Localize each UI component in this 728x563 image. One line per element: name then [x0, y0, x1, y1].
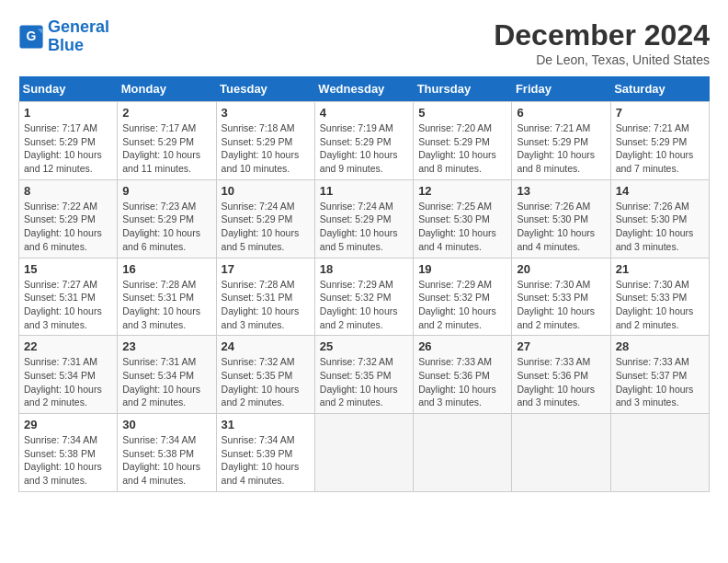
- day-number: 6: [517, 106, 605, 120]
- weekday-header-monday: Monday: [118, 76, 216, 102]
- day-number: 4: [320, 106, 408, 120]
- day-number: 11: [320, 184, 408, 198]
- day-number: 14: [616, 184, 704, 198]
- calendar-week-2: 8Sunrise: 7:22 AMSunset: 5:29 PMDaylight…: [19, 179, 710, 258]
- calendar-cell: 11Sunrise: 7:24 AMSunset: 5:29 PMDayligh…: [314, 179, 413, 258]
- calendar-cell: 4Sunrise: 7:19 AMSunset: 5:29 PMDaylight…: [314, 102, 413, 180]
- calendar-cell: 2Sunrise: 7:17 AMSunset: 5:29 PMDaylight…: [118, 102, 216, 180]
- day-info: Sunrise: 7:27 AMSunset: 5:31 PMDaylight:…: [24, 278, 112, 332]
- calendar-cell: 9Sunrise: 7:23 AMSunset: 5:29 PMDaylight…: [118, 179, 216, 258]
- calendar-body: 1Sunrise: 7:17 AMSunset: 5:29 PMDaylight…: [19, 102, 710, 492]
- day-info: Sunrise: 7:20 AMSunset: 5:29 PMDaylight:…: [418, 121, 506, 176]
- day-number: 18: [320, 262, 408, 276]
- weekday-header-saturday: Saturday: [610, 76, 709, 102]
- day-info: Sunrise: 7:28 AMSunset: 5:31 PMDaylight:…: [122, 278, 210, 332]
- day-info: Sunrise: 7:33 AMSunset: 5:36 PMDaylight:…: [418, 355, 506, 409]
- day-number: 17: [222, 262, 310, 276]
- calendar-cell: 31Sunrise: 7:34 AMSunset: 5:39 PMDayligh…: [216, 414, 314, 492]
- day-number: 3: [222, 106, 310, 120]
- calendar-cell: 3Sunrise: 7:18 AMSunset: 5:29 PMDaylight…: [216, 102, 314, 180]
- logo-line1: General: [48, 17, 109, 36]
- day-number: 16: [122, 262, 210, 276]
- day-number: 8: [24, 184, 112, 198]
- calendar-cell: 1Sunrise: 7:17 AMSunset: 5:29 PMDaylight…: [19, 102, 118, 180]
- day-info: Sunrise: 7:17 AMSunset: 5:29 PMDaylight:…: [122, 121, 210, 176]
- logo-icon: G: [18, 24, 44, 50]
- day-number: 9: [122, 184, 210, 198]
- month-title: December 2024: [494, 18, 710, 52]
- calendar-cell: 20Sunrise: 7:30 AMSunset: 5:33 PMDayligh…: [512, 258, 610, 336]
- day-number: 10: [222, 184, 310, 198]
- day-number: 19: [418, 262, 506, 276]
- calendar-cell: 19Sunrise: 7:29 AMSunset: 5:32 PMDayligh…: [414, 258, 512, 336]
- day-number: 31: [222, 418, 310, 431]
- calendar-cell: 12Sunrise: 7:25 AMSunset: 5:30 PMDayligh…: [414, 179, 512, 258]
- calendar-cell: 27Sunrise: 7:33 AMSunset: 5:36 PMDayligh…: [512, 336, 610, 414]
- day-info: Sunrise: 7:18 AMSunset: 5:29 PMDaylight:…: [222, 121, 310, 176]
- calendar-cell: 22Sunrise: 7:31 AMSunset: 5:34 PMDayligh…: [19, 336, 118, 414]
- day-number: 20: [517, 262, 605, 276]
- day-info: Sunrise: 7:24 AMSunset: 5:29 PMDaylight:…: [320, 200, 408, 254]
- calendar-week-4: 22Sunrise: 7:31 AMSunset: 5:34 PMDayligh…: [19, 336, 710, 414]
- calendar-cell: [512, 414, 610, 492]
- weekday-header-tuesday: Tuesday: [216, 76, 314, 102]
- day-number: 5: [418, 106, 506, 120]
- calendar-table: SundayMondayTuesdayWednesdayThursdayFrid…: [18, 76, 710, 492]
- day-info: Sunrise: 7:19 AMSunset: 5:29 PMDaylight:…: [320, 121, 408, 176]
- day-number: 26: [418, 339, 506, 353]
- day-info: Sunrise: 7:25 AMSunset: 5:30 PMDaylight:…: [418, 200, 506, 254]
- calendar-cell: 28Sunrise: 7:33 AMSunset: 5:37 PMDayligh…: [610, 336, 709, 414]
- calendar-cell: 21Sunrise: 7:30 AMSunset: 5:33 PMDayligh…: [610, 258, 709, 336]
- day-number: 2: [122, 106, 210, 120]
- logo-text: General Blue: [48, 18, 109, 55]
- day-info: Sunrise: 7:23 AMSunset: 5:29 PMDaylight:…: [122, 200, 210, 254]
- day-info: Sunrise: 7:31 AMSunset: 5:34 PMDaylight:…: [24, 355, 112, 409]
- calendar-cell: [610, 414, 709, 492]
- calendar-cell: 24Sunrise: 7:32 AMSunset: 5:35 PMDayligh…: [216, 336, 314, 414]
- day-number: 28: [616, 339, 704, 353]
- day-info: Sunrise: 7:29 AMSunset: 5:32 PMDaylight:…: [320, 278, 408, 332]
- weekday-header-thursday: Thursday: [414, 76, 512, 102]
- calendar-cell: 17Sunrise: 7:28 AMSunset: 5:31 PMDayligh…: [216, 258, 314, 336]
- day-number: 27: [517, 339, 605, 353]
- day-info: Sunrise: 7:33 AMSunset: 5:37 PMDaylight:…: [616, 355, 704, 409]
- day-number: 30: [122, 418, 210, 431]
- day-info: Sunrise: 7:28 AMSunset: 5:31 PMDaylight:…: [222, 278, 310, 332]
- calendar-cell: 30Sunrise: 7:34 AMSunset: 5:38 PMDayligh…: [118, 414, 216, 492]
- weekday-header-sunday: Sunday: [19, 76, 118, 102]
- weekday-header-friday: Friday: [512, 76, 610, 102]
- calendar-cell: 10Sunrise: 7:24 AMSunset: 5:29 PMDayligh…: [216, 179, 314, 258]
- day-number: 25: [320, 339, 408, 353]
- day-number: 23: [122, 339, 210, 353]
- calendar-cell: 7Sunrise: 7:21 AMSunset: 5:29 PMDaylight…: [610, 102, 709, 180]
- calendar-cell: 6Sunrise: 7:21 AMSunset: 5:29 PMDaylight…: [512, 102, 610, 180]
- day-info: Sunrise: 7:21 AMSunset: 5:29 PMDaylight:…: [616, 121, 704, 176]
- calendar-cell: 23Sunrise: 7:31 AMSunset: 5:34 PMDayligh…: [118, 336, 216, 414]
- day-info: Sunrise: 7:34 AMSunset: 5:38 PMDaylight:…: [24, 433, 112, 488]
- title-area: December 2024 De Leon, Texas, United Sta…: [494, 18, 710, 67]
- day-number: 15: [24, 262, 112, 276]
- day-info: Sunrise: 7:21 AMSunset: 5:29 PMDaylight:…: [517, 121, 605, 176]
- svg-text:G: G: [27, 29, 37, 43]
- calendar-cell: 18Sunrise: 7:29 AMSunset: 5:32 PMDayligh…: [314, 258, 413, 336]
- calendar-cell: 26Sunrise: 7:33 AMSunset: 5:36 PMDayligh…: [414, 336, 512, 414]
- calendar-week-3: 15Sunrise: 7:27 AMSunset: 5:31 PMDayligh…: [19, 258, 710, 336]
- day-info: Sunrise: 7:34 AMSunset: 5:39 PMDaylight:…: [222, 433, 310, 488]
- day-number: 24: [222, 339, 310, 353]
- day-number: 1: [24, 106, 112, 120]
- day-number: 29: [24, 418, 112, 431]
- calendar-cell: 5Sunrise: 7:20 AMSunset: 5:29 PMDaylight…: [414, 102, 512, 180]
- calendar-cell: 16Sunrise: 7:28 AMSunset: 5:31 PMDayligh…: [118, 258, 216, 336]
- day-info: Sunrise: 7:32 AMSunset: 5:35 PMDaylight:…: [320, 355, 408, 409]
- day-info: Sunrise: 7:31 AMSunset: 5:34 PMDaylight:…: [122, 355, 210, 409]
- day-info: Sunrise: 7:22 AMSunset: 5:29 PMDaylight:…: [24, 200, 112, 254]
- day-info: Sunrise: 7:29 AMSunset: 5:32 PMDaylight:…: [418, 278, 506, 332]
- day-info: Sunrise: 7:33 AMSunset: 5:36 PMDaylight:…: [517, 355, 605, 409]
- day-info: Sunrise: 7:34 AMSunset: 5:38 PMDaylight:…: [122, 433, 210, 488]
- day-number: 13: [517, 184, 605, 198]
- location: De Leon, Texas, United States: [494, 52, 710, 67]
- page-header: G General Blue December 2024 De Leon, Te…: [18, 18, 710, 67]
- day-number: 12: [418, 184, 506, 198]
- logo: G General Blue: [18, 18, 109, 55]
- logo-line2: Blue: [48, 36, 84, 54]
